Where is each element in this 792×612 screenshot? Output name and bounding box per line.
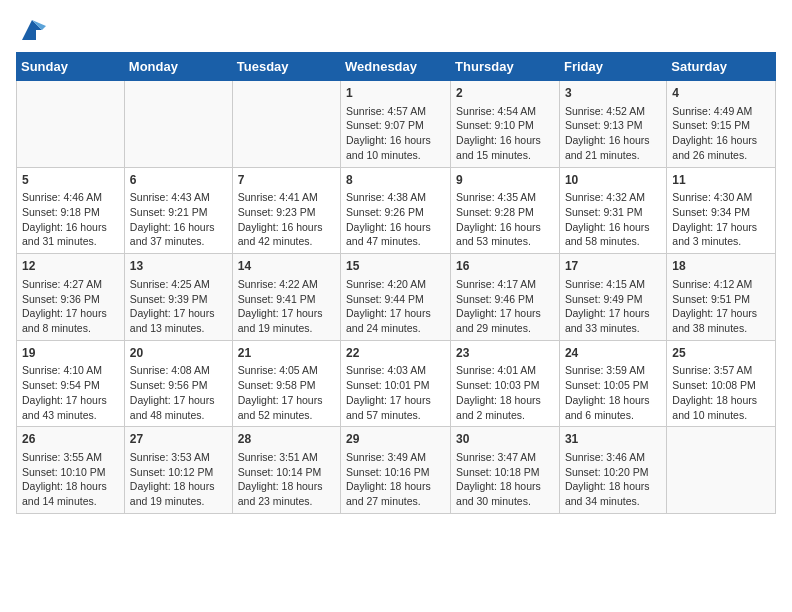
day-info: Sunrise: 4:46 AM Sunset: 9:18 PM Dayligh… (22, 191, 107, 247)
day-info: Sunrise: 4:01 AM Sunset: 10:03 PM Daylig… (456, 364, 541, 420)
calendar-cell: 15Sunrise: 4:20 AM Sunset: 9:44 PM Dayli… (341, 254, 451, 341)
day-number: 27 (130, 431, 227, 448)
day-number: 24 (565, 345, 661, 362)
logo-icon (18, 16, 46, 44)
day-header-monday: Monday (124, 53, 232, 81)
day-info: Sunrise: 4:27 AM Sunset: 9:36 PM Dayligh… (22, 278, 107, 334)
day-info: Sunrise: 4:22 AM Sunset: 9:41 PM Dayligh… (238, 278, 323, 334)
day-info: Sunrise: 4:05 AM Sunset: 9:58 PM Dayligh… (238, 364, 323, 420)
week-row-3: 12Sunrise: 4:27 AM Sunset: 9:36 PM Dayli… (17, 254, 776, 341)
calendar-cell: 9Sunrise: 4:35 AM Sunset: 9:28 PM Daylig… (451, 167, 560, 254)
calendar-cell: 20Sunrise: 4:08 AM Sunset: 9:56 PM Dayli… (124, 340, 232, 427)
day-number: 19 (22, 345, 119, 362)
page-header (16, 16, 776, 44)
calendar-cell: 10Sunrise: 4:32 AM Sunset: 9:31 PM Dayli… (559, 167, 666, 254)
calendar-cell: 21Sunrise: 4:05 AM Sunset: 9:58 PM Dayli… (232, 340, 340, 427)
calendar-cell: 14Sunrise: 4:22 AM Sunset: 9:41 PM Dayli… (232, 254, 340, 341)
calendar-cell: 8Sunrise: 4:38 AM Sunset: 9:26 PM Daylig… (341, 167, 451, 254)
day-info: Sunrise: 3:47 AM Sunset: 10:18 PM Daylig… (456, 451, 541, 507)
day-number: 15 (346, 258, 445, 275)
day-info: Sunrise: 4:03 AM Sunset: 10:01 PM Daylig… (346, 364, 431, 420)
day-number: 26 (22, 431, 119, 448)
day-number: 3 (565, 85, 661, 102)
day-number: 31 (565, 431, 661, 448)
day-number: 9 (456, 172, 554, 189)
day-info: Sunrise: 4:17 AM Sunset: 9:46 PM Dayligh… (456, 278, 541, 334)
day-header-saturday: Saturday (667, 53, 776, 81)
calendar-cell: 19Sunrise: 4:10 AM Sunset: 9:54 PM Dayli… (17, 340, 125, 427)
day-number: 2 (456, 85, 554, 102)
day-number: 12 (22, 258, 119, 275)
calendar-cell: 5Sunrise: 4:46 AM Sunset: 9:18 PM Daylig… (17, 167, 125, 254)
calendar-cell: 6Sunrise: 4:43 AM Sunset: 9:21 PM Daylig… (124, 167, 232, 254)
day-info: Sunrise: 4:25 AM Sunset: 9:39 PM Dayligh… (130, 278, 215, 334)
day-header-tuesday: Tuesday (232, 53, 340, 81)
calendar-cell (17, 81, 125, 168)
day-info: Sunrise: 4:41 AM Sunset: 9:23 PM Dayligh… (238, 191, 323, 247)
calendar-cell (124, 81, 232, 168)
day-number: 22 (346, 345, 445, 362)
day-number: 13 (130, 258, 227, 275)
day-header-sunday: Sunday (17, 53, 125, 81)
day-number: 18 (672, 258, 770, 275)
week-row-5: 26Sunrise: 3:55 AM Sunset: 10:10 PM Dayl… (17, 427, 776, 514)
calendar-cell: 23Sunrise: 4:01 AM Sunset: 10:03 PM Dayl… (451, 340, 560, 427)
day-info: Sunrise: 4:49 AM Sunset: 9:15 PM Dayligh… (672, 105, 757, 161)
day-info: Sunrise: 3:49 AM Sunset: 10:16 PM Daylig… (346, 451, 431, 507)
day-info: Sunrise: 4:10 AM Sunset: 9:54 PM Dayligh… (22, 364, 107, 420)
logo (16, 16, 46, 44)
calendar-cell (232, 81, 340, 168)
week-row-1: 1Sunrise: 4:57 AM Sunset: 9:07 PM Daylig… (17, 81, 776, 168)
calendar-table: SundayMondayTuesdayWednesdayThursdayFrid… (16, 52, 776, 514)
day-header-friday: Friday (559, 53, 666, 81)
calendar-cell: 25Sunrise: 3:57 AM Sunset: 10:08 PM Dayl… (667, 340, 776, 427)
day-number: 28 (238, 431, 335, 448)
day-info: Sunrise: 4:12 AM Sunset: 9:51 PM Dayligh… (672, 278, 757, 334)
day-number: 4 (672, 85, 770, 102)
calendar-cell: 22Sunrise: 4:03 AM Sunset: 10:01 PM Dayl… (341, 340, 451, 427)
day-number: 17 (565, 258, 661, 275)
day-number: 10 (565, 172, 661, 189)
calendar-cell: 16Sunrise: 4:17 AM Sunset: 9:46 PM Dayli… (451, 254, 560, 341)
day-info: Sunrise: 4:43 AM Sunset: 9:21 PM Dayligh… (130, 191, 215, 247)
calendar-cell: 7Sunrise: 4:41 AM Sunset: 9:23 PM Daylig… (232, 167, 340, 254)
day-info: Sunrise: 4:15 AM Sunset: 9:49 PM Dayligh… (565, 278, 650, 334)
week-row-4: 19Sunrise: 4:10 AM Sunset: 9:54 PM Dayli… (17, 340, 776, 427)
day-info: Sunrise: 4:32 AM Sunset: 9:31 PM Dayligh… (565, 191, 650, 247)
day-number: 25 (672, 345, 770, 362)
calendar-cell: 12Sunrise: 4:27 AM Sunset: 9:36 PM Dayli… (17, 254, 125, 341)
day-info: Sunrise: 3:46 AM Sunset: 10:20 PM Daylig… (565, 451, 650, 507)
day-info: Sunrise: 4:08 AM Sunset: 9:56 PM Dayligh… (130, 364, 215, 420)
day-info: Sunrise: 4:30 AM Sunset: 9:34 PM Dayligh… (672, 191, 757, 247)
day-header-wednesday: Wednesday (341, 53, 451, 81)
day-header-thursday: Thursday (451, 53, 560, 81)
day-number: 14 (238, 258, 335, 275)
calendar-cell: 18Sunrise: 4:12 AM Sunset: 9:51 PM Dayli… (667, 254, 776, 341)
calendar-cell: 2Sunrise: 4:54 AM Sunset: 9:10 PM Daylig… (451, 81, 560, 168)
day-number: 29 (346, 431, 445, 448)
day-info: Sunrise: 4:54 AM Sunset: 9:10 PM Dayligh… (456, 105, 541, 161)
calendar-cell: 3Sunrise: 4:52 AM Sunset: 9:13 PM Daylig… (559, 81, 666, 168)
day-number: 6 (130, 172, 227, 189)
day-info: Sunrise: 4:52 AM Sunset: 9:13 PM Dayligh… (565, 105, 650, 161)
calendar-header-row: SundayMondayTuesdayWednesdayThursdayFrid… (17, 53, 776, 81)
day-number: 16 (456, 258, 554, 275)
day-number: 7 (238, 172, 335, 189)
day-number: 30 (456, 431, 554, 448)
calendar-cell: 11Sunrise: 4:30 AM Sunset: 9:34 PM Dayli… (667, 167, 776, 254)
day-info: Sunrise: 4:35 AM Sunset: 9:28 PM Dayligh… (456, 191, 541, 247)
day-number: 8 (346, 172, 445, 189)
day-number: 20 (130, 345, 227, 362)
calendar-cell (667, 427, 776, 514)
day-info: Sunrise: 4:57 AM Sunset: 9:07 PM Dayligh… (346, 105, 431, 161)
calendar-cell: 24Sunrise: 3:59 AM Sunset: 10:05 PM Dayl… (559, 340, 666, 427)
day-number: 21 (238, 345, 335, 362)
week-row-2: 5Sunrise: 4:46 AM Sunset: 9:18 PM Daylig… (17, 167, 776, 254)
day-info: Sunrise: 3:53 AM Sunset: 10:12 PM Daylig… (130, 451, 215, 507)
calendar-cell: 30Sunrise: 3:47 AM Sunset: 10:18 PM Dayl… (451, 427, 560, 514)
calendar-cell: 31Sunrise: 3:46 AM Sunset: 10:20 PM Dayl… (559, 427, 666, 514)
calendar-cell: 1Sunrise: 4:57 AM Sunset: 9:07 PM Daylig… (341, 81, 451, 168)
calendar-cell: 17Sunrise: 4:15 AM Sunset: 9:49 PM Dayli… (559, 254, 666, 341)
calendar-cell: 28Sunrise: 3:51 AM Sunset: 10:14 PM Dayl… (232, 427, 340, 514)
calendar-cell: 27Sunrise: 3:53 AM Sunset: 10:12 PM Dayl… (124, 427, 232, 514)
